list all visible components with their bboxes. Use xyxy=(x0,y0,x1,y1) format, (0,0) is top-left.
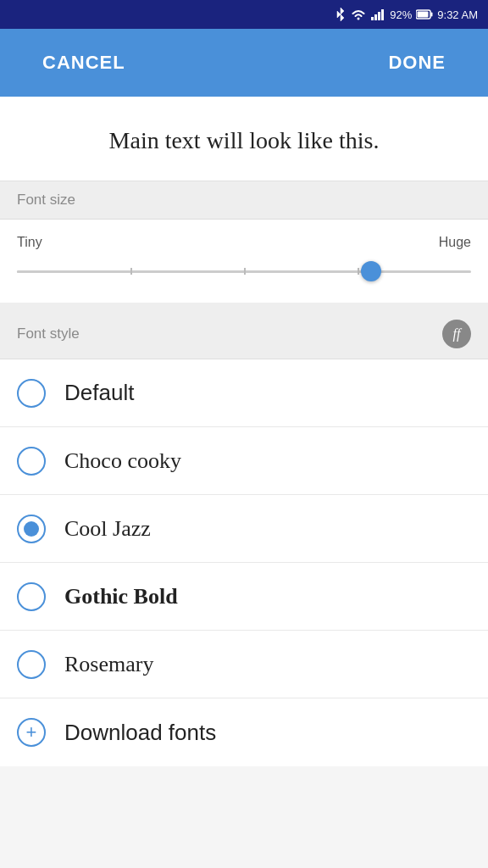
radio-default[interactable] xyxy=(17,379,46,408)
status-bar: 92% 9:32 AM xyxy=(0,0,488,29)
wifi-icon xyxy=(351,8,366,20)
font-size-section-title: Font size xyxy=(17,192,75,209)
slider-track xyxy=(17,270,471,273)
radio-choco[interactable] xyxy=(17,447,46,476)
size-max-label: Huge xyxy=(439,235,471,250)
font-item-default[interactable]: Default xyxy=(0,359,488,427)
action-bar: CANCEL DONE xyxy=(0,29,488,97)
slider-tick-2 xyxy=(244,268,246,275)
font-name-cool-jazz: Cool Jazz xyxy=(64,516,151,542)
battery-icon xyxy=(416,8,433,20)
slider-tick-1 xyxy=(130,268,132,275)
time-text: 9:32 AM xyxy=(437,8,478,21)
font-item-gothic[interactable]: Gothic Bold xyxy=(0,563,488,631)
font-size-section: Tiny Huge xyxy=(0,220,488,309)
cancel-button[interactable]: CANCEL xyxy=(25,43,142,82)
radio-gothic[interactable] xyxy=(17,582,46,611)
font-name-gothic: Gothic Bold xyxy=(64,584,178,609)
slider-tick-3 xyxy=(358,268,359,275)
font-size-label: Font size xyxy=(0,181,488,220)
font-icon-badge: ff xyxy=(442,320,471,348)
battery-text: 92% xyxy=(390,8,412,21)
font-name-choco: Choco cooky xyxy=(64,448,181,474)
slider-thumb[interactable] xyxy=(361,261,381,281)
preview-area: Main text will look like this. xyxy=(0,97,488,181)
size-min-label: Tiny xyxy=(17,235,42,250)
font-style-header: Font style ff xyxy=(0,309,488,359)
font-name-default: Default xyxy=(64,380,134,406)
font-icon-label: ff xyxy=(453,326,461,342)
svg-rect-2 xyxy=(378,12,380,20)
slider-fill xyxy=(17,270,371,273)
preview-text: Main text will look like this. xyxy=(109,127,380,153)
radio-cool-jazz[interactable] xyxy=(17,515,46,543)
status-icons: 92% 9:32 AM xyxy=(335,7,478,22)
font-style-section: Font style ff Default Choco cooky Cool J… xyxy=(0,309,488,766)
done-button[interactable]: DONE xyxy=(371,43,463,82)
download-fonts-label: Download fonts xyxy=(64,720,216,746)
svg-rect-0 xyxy=(371,17,374,20)
size-labels: Tiny Huge xyxy=(17,235,471,250)
plus-icon: + xyxy=(26,721,37,743)
font-item-choco[interactable]: Choco cooky xyxy=(0,427,488,495)
svg-rect-1 xyxy=(374,14,377,20)
font-item-rosemary[interactable]: Rosemary xyxy=(0,631,488,698)
download-fonts-item[interactable]: + Download fonts xyxy=(0,698,488,766)
svg-rect-3 xyxy=(381,9,384,20)
font-name-rosemary: Rosemary xyxy=(64,652,153,677)
plus-button[interactable]: + xyxy=(17,718,46,747)
font-item-cool-jazz[interactable]: Cool Jazz xyxy=(0,495,488,563)
font-style-section-title: Font style xyxy=(17,326,80,342)
bluetooth-icon xyxy=(335,7,347,22)
signal-icon xyxy=(370,8,385,20)
radio-rosemary[interactable] xyxy=(17,650,46,679)
radio-inner-cool-jazz xyxy=(24,521,39,537)
svg-rect-5 xyxy=(431,13,433,17)
svg-rect-6 xyxy=(418,12,429,18)
font-size-slider[interactable] xyxy=(17,259,471,284)
